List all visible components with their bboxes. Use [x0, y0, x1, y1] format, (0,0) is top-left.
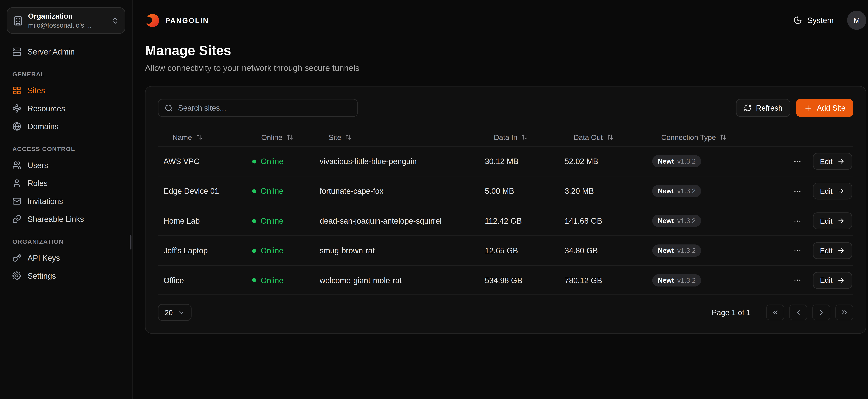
page-indicator: Page 1 of 1 [712, 308, 750, 317]
sidebar-item-label: Invitations [28, 197, 63, 206]
data-in-cell: 5.00 MB [479, 186, 559, 195]
search-box [158, 99, 358, 117]
key-icon [12, 253, 21, 263]
last-page-button[interactable] [835, 305, 854, 320]
refresh-button[interactable]: Refresh [736, 99, 790, 117]
topbar: PANGOLIN System M [133, 0, 868, 40]
connection-type-badge: Newt v1.3.2 [652, 215, 701, 227]
arrow-right-icon [837, 276, 845, 284]
page-subtitle: Allow connectivity to your network throu… [145, 63, 866, 72]
column-header-site[interactable]: Site [314, 133, 479, 141]
sidebar-item-label: Settings [28, 271, 56, 280]
table-row: Jeff's Laptop Online smug-brown-rat 12.6… [158, 236, 853, 265]
site-id-cell: vivacious-little-blue-penguin [314, 157, 479, 166]
refresh-icon [744, 104, 751, 112]
column-header-name[interactable]: Name [158, 133, 247, 141]
arrow-right-icon [837, 187, 845, 195]
edit-button[interactable]: Edit [813, 153, 852, 170]
org-selector[interactable]: Organization milo@fossorial.io's ... [7, 7, 125, 34]
sidebar-nav: Server Admin GENERAL Sites Resources [7, 43, 125, 285]
sidebar-item-invitations[interactable]: Invitations [7, 192, 125, 210]
row-actions-button[interactable] [792, 155, 804, 168]
row-actions-button[interactable] [792, 244, 804, 257]
next-page-button[interactable] [812, 305, 830, 320]
column-header-data-in[interactable]: Data In [479, 133, 559, 141]
sidebar-heading-access-control: ACCESS CONTROL [12, 146, 120, 152]
sidebar-item-users[interactable]: Users [7, 156, 125, 174]
sidebar-heading-organization: ORGANIZATION [12, 238, 120, 245]
theme-toggle[interactable]: System [793, 16, 834, 25]
sidebar-item-label: Domains [28, 122, 59, 131]
edit-button[interactable]: Edit [813, 242, 852, 259]
data-out-cell: 141.68 GB [559, 216, 647, 225]
edit-button[interactable]: Edit [813, 272, 852, 288]
sidebar-item-shareable-links[interactable]: Shareable Links [7, 210, 125, 228]
moon-icon [793, 16, 802, 25]
sidebar-item-label: Roles [28, 179, 48, 188]
arrow-right-icon [837, 247, 845, 254]
column-header-data-out[interactable]: Data Out [559, 133, 647, 141]
sidebar-item-server-admin[interactable]: Server Admin [7, 43, 125, 61]
sidebar-item-label: Server Admin [28, 47, 75, 56]
connection-type-cell: Newt v1.3.2 [647, 155, 792, 167]
previous-page-button[interactable] [789, 305, 807, 320]
row-actions-cell: Edit [792, 183, 854, 200]
online-dot-icon [252, 249, 256, 253]
sidebar-item-label: API Keys [28, 253, 60, 263]
avatar[interactable]: M [847, 10, 866, 30]
column-header-connection-type[interactable]: Connection Type [647, 133, 792, 141]
sidebar-item-settings[interactable]: Settings [7, 267, 125, 285]
add-site-button[interactable]: Add Site [796, 99, 853, 117]
data-in-cell: 112.42 GB [479, 216, 559, 225]
connection-type-badge: Newt v1.3.2 [652, 274, 701, 286]
sidebar-item-label: Shareable Links [28, 215, 84, 224]
page-size-select[interactable]: 20 [158, 304, 192, 321]
brand[interactable]: PANGOLIN [145, 13, 209, 28]
edit-button[interactable]: Edit [813, 212, 852, 229]
user-icon [12, 179, 21, 188]
edit-button[interactable]: Edit [813, 183, 852, 200]
sidebar-item-domains[interactable]: Domains [7, 117, 125, 135]
online-dot-icon [252, 219, 256, 223]
sidebar-item-resources[interactable]: Resources [7, 99, 125, 118]
add-site-label: Add Site [817, 104, 845, 112]
globe-icon [12, 122, 21, 131]
row-actions-button[interactable] [792, 274, 804, 286]
site-name-cell: Edge Device 01 [158, 186, 247, 195]
server-icon [12, 47, 21, 56]
table-row: Home Lab Online dead-san-joaquin-antelop… [158, 206, 853, 236]
sidebar-item-api-keys[interactable]: API Keys [7, 249, 125, 267]
column-header-online[interactable]: Online [247, 133, 314, 141]
site-online-cell: Online [247, 216, 314, 225]
data-out-cell: 52.02 MB [559, 157, 647, 166]
sidebar-item-sites[interactable]: Sites [7, 82, 125, 99]
grid-icon [12, 86, 21, 95]
arrow-up-down-icon [286, 134, 293, 141]
row-actions-cell: Edit [792, 272, 854, 288]
chevrons-right-icon [840, 309, 848, 316]
chevron-left-icon [795, 309, 802, 316]
site-id-cell: welcome-giant-mole-rat [314, 276, 479, 284]
org-title: Organization [28, 12, 106, 20]
sidebar-scrollbar[interactable] [130, 235, 132, 249]
site-id-cell: smug-brown-rat [314, 246, 479, 255]
org-selector-meta: Organization milo@fossorial.io's ... [28, 12, 106, 29]
row-actions-button[interactable] [792, 214, 804, 227]
search-icon [164, 104, 173, 112]
arrow-up-down-icon [607, 134, 614, 141]
arrow-up-down-icon [521, 134, 528, 141]
sidebar-item-label: Resources [28, 104, 65, 113]
arrow-up-down-icon [196, 134, 203, 141]
sidebar-item-roles[interactable]: Roles [7, 174, 125, 192]
data-out-cell: 34.80 GB [559, 246, 647, 255]
search-input[interactable] [178, 104, 351, 112]
data-out-cell: 780.12 GB [559, 276, 647, 284]
online-dot-icon [252, 278, 256, 282]
row-actions-cell: Edit [792, 153, 854, 170]
row-actions-cell: Edit [792, 242, 854, 259]
arrow-right-icon [837, 157, 845, 165]
gear-icon [12, 271, 21, 280]
first-page-button[interactable] [766, 305, 784, 320]
chevrons-left-icon [771, 309, 779, 316]
row-actions-button[interactable] [792, 185, 804, 197]
